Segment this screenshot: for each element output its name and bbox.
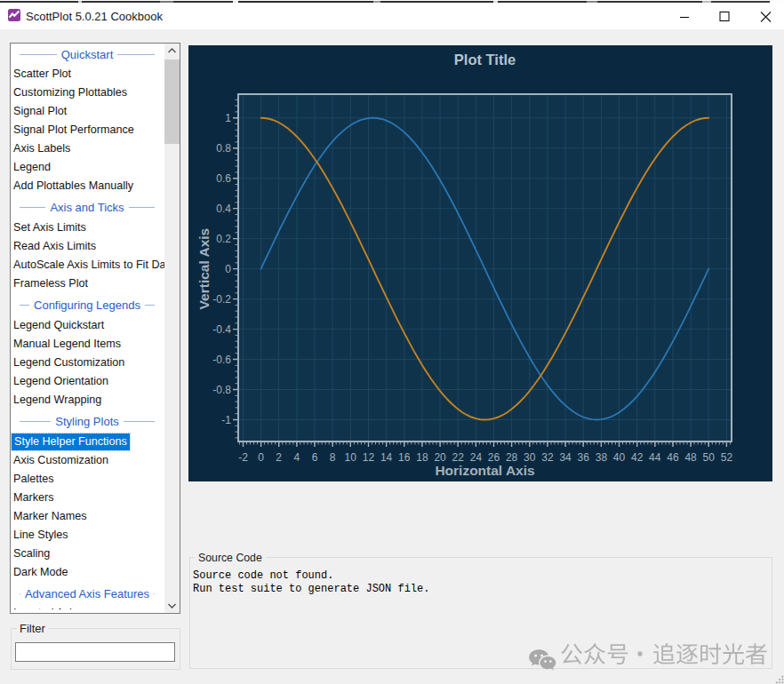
svg-text:-0.2: -0.2 [212,293,231,306]
svg-text:16: 16 [398,451,411,464]
svg-text:24: 24 [470,451,483,464]
svg-text:34: 34 [559,451,572,464]
svg-text:-2: -2 [238,451,248,464]
svg-text:2: 2 [276,451,282,464]
svg-text:Horizontal Axis: Horizontal Axis [435,463,534,478]
svg-text:26: 26 [488,451,500,464]
svg-text:44: 44 [649,451,661,464]
svg-text:32: 32 [541,451,554,464]
svg-text:52: 52 [721,451,733,464]
svg-text:50: 50 [703,451,716,464]
svg-text:48: 48 [684,451,697,464]
svg-text:-1: -1 [221,414,231,426]
svg-text:0: 0 [258,451,264,464]
svg-text:8: 8 [330,451,336,464]
svg-text:6: 6 [312,451,318,464]
svg-text:36: 36 [578,451,590,464]
svg-text:1: 1 [225,112,231,124]
svg-text:30: 30 [524,451,536,464]
svg-text:-0.8: -0.8 [212,384,231,396]
svg-text:18: 18 [416,451,428,464]
svg-text:-0.4: -0.4 [212,323,231,336]
svg-text:38: 38 [596,451,608,464]
svg-text:Plot Title: Plot Title [454,52,516,68]
svg-text:Vertical Axis: Vertical Axis [196,228,212,310]
svg-text:0.4: 0.4 [216,203,231,215]
svg-text:12: 12 [363,451,375,464]
svg-text:42: 42 [631,451,644,464]
svg-text:40: 40 [613,451,626,464]
svg-text:28: 28 [506,451,518,464]
svg-text:10: 10 [345,451,357,464]
svg-text:0.6: 0.6 [216,172,231,185]
svg-text:22: 22 [452,451,465,464]
svg-text:0.8: 0.8 [216,142,231,155]
svg-text:0: 0 [225,263,231,275]
svg-text:0.2: 0.2 [216,233,231,245]
svg-text:46: 46 [667,451,679,464]
svg-text:4: 4 [294,451,300,464]
svg-text:20: 20 [434,451,446,464]
svg-text:-0.6: -0.6 [212,354,231,366]
svg-text:14: 14 [380,451,393,464]
